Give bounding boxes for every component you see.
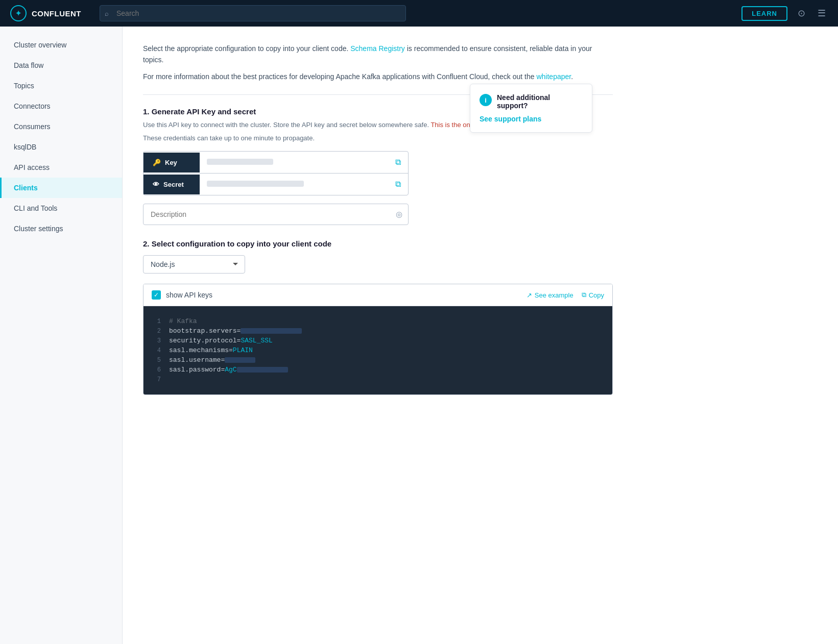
logo: ✦ CONFLUENT: [10, 5, 81, 21]
copy-icon: ⧉: [582, 291, 586, 299]
schema-registry-link[interactable]: Schema Registry: [350, 44, 405, 53]
code-line-6: 6 sasl.password=AgC: [143, 365, 612, 375]
code-line-4: 4 sasl.mechanisms=PLAIN: [143, 345, 612, 355]
whitepaper-link[interactable]: whitepaper: [536, 72, 571, 81]
support-card: i Need additional support? See support p…: [470, 84, 592, 133]
secret-value: [200, 175, 388, 194]
line-number: 7: [143, 376, 169, 383]
key-copy-button[interactable]: ⧉: [388, 152, 408, 173]
sidebar-item-clients[interactable]: Clients: [0, 178, 122, 198]
support-title: Need additional support?: [497, 93, 583, 110]
code-line-7: 7: [143, 375, 612, 384]
see-example-link[interactable]: ↗ See example: [526, 291, 573, 299]
search-icon: ⌕: [105, 10, 109, 17]
key-icon: 🔑: [153, 159, 161, 166]
sidebar-item-cluster-settings[interactable]: Cluster settings: [0, 218, 122, 239]
support-info-icon: i: [480, 94, 492, 106]
code-line-5: 5 sasl.username=: [143, 355, 612, 365]
code-content: sasl.mechanisms=PLAIN: [169, 346, 253, 354]
nav-right: LEARN ⊙ ☰: [741, 6, 828, 21]
line-number: 3: [143, 337, 169, 344]
intro-paragraph-2: For more information about the best prac…: [143, 71, 613, 82]
content-wrapper: Select the appropriate configuration to …: [143, 43, 613, 395]
intro-paragraph-1: Select the appropriate configuration to …: [143, 43, 613, 66]
step1-subtitle2: These credentials can take up to one min…: [143, 133, 613, 143]
code-actions: ↗ See example ⧉ Copy: [526, 291, 604, 299]
line-number: 2: [143, 328, 169, 335]
sidebar-item-topics[interactable]: Topics: [0, 76, 122, 96]
sidebar: Cluster overview Data flow Topics Connec…: [0, 27, 123, 644]
line-number: 4: [143, 347, 169, 354]
secret-copy-button[interactable]: ⧉: [388, 174, 408, 195]
show-api-keys-label: show API keys: [166, 291, 212, 299]
dropdown-wrapper: Node.js Python Java .NET Go C/C++: [143, 255, 613, 274]
key-label: 🔑 Key: [143, 153, 200, 172]
description-icon: ◎: [396, 210, 402, 219]
code-content: sasl.username=: [169, 356, 255, 364]
eye-icon: 👁: [153, 181, 159, 188]
search-bar[interactable]: ⌕: [100, 5, 406, 21]
sidebar-item-ksqldb[interactable]: ksqlDB: [0, 137, 122, 157]
key-blurred: [207, 159, 273, 165]
credentials-box: 🔑 Key ⧉ 👁 Secret ⧉: [143, 151, 409, 195]
copy-link[interactable]: ⧉ Copy: [582, 291, 604, 299]
external-link-icon: ↗: [526, 291, 532, 299]
key-row: 🔑 Key ⧉: [143, 152, 408, 174]
learn-button[interactable]: LEARN: [741, 6, 787, 21]
secret-row: 👁 Secret ⧉: [143, 174, 408, 195]
code-content: sasl.password=AgC: [169, 366, 288, 374]
code-line-1: 1 # Kafka: [143, 316, 612, 326]
code-content: bootstrap.servers=: [169, 327, 302, 335]
show-api-keys-checkbox[interactable]: ✓: [152, 290, 161, 300]
sidebar-item-cli-tools[interactable]: CLI and Tools: [0, 198, 122, 218]
description-input[interactable]: [143, 204, 409, 225]
support-card-header: i Need additional support?: [480, 93, 583, 110]
code-line-2: 2 bootstrap.servers=: [143, 326, 612, 336]
line-number: 1: [143, 318, 169, 325]
code-content: [169, 376, 173, 383]
line-number: 6: [143, 366, 169, 374]
top-navigation: ✦ CONFLUENT ⌕ LEARN ⊙ ☰: [0, 0, 838, 27]
sidebar-item-data-flow[interactable]: Data flow: [0, 55, 122, 76]
sidebar-item-consumers[interactable]: Consumers: [0, 116, 122, 137]
description-field: ◎: [143, 204, 409, 225]
code-body: 1 # Kafka 2 bootstrap.servers= 3 securit…: [143, 306, 612, 394]
logo-text: CONFLUENT: [32, 9, 81, 18]
logo-icon: ✦: [10, 5, 27, 21]
code-header: ✓ show API keys ↗ See example ⧉ Copy: [143, 284, 612, 306]
code-line-3: 3 security.protocol=SASL_SSL: [143, 336, 612, 345]
config-section: 2. Select configuration to copy into you…: [143, 239, 613, 274]
line-number: 5: [143, 357, 169, 364]
code-content: # Kafka: [169, 317, 197, 325]
secret-label: 👁 Secret: [143, 175, 200, 194]
language-dropdown[interactable]: Node.js Python Java .NET Go C/C++: [143, 255, 245, 274]
help-icon[interactable]: ⊙: [796, 6, 807, 21]
code-content: security.protocol=SASL_SSL: [169, 337, 273, 344]
search-input[interactable]: [100, 5, 406, 21]
sidebar-item-api-access[interactable]: API access: [0, 157, 122, 178]
show-api-keys-control: ✓ show API keys: [152, 290, 212, 300]
page-layout: Cluster overview Data flow Topics Connec…: [0, 27, 838, 644]
sidebar-item-connectors[interactable]: Connectors: [0, 96, 122, 116]
sidebar-item-cluster-overview[interactable]: Cluster overview: [0, 35, 122, 55]
menu-icon[interactable]: ☰: [816, 6, 828, 21]
step2-title: 2. Select configuration to copy into you…: [143, 239, 613, 248]
support-plans-link[interactable]: See support plans: [480, 115, 541, 123]
key-value: [200, 153, 388, 172]
code-panel: ✓ show API keys ↗ See example ⧉ Copy: [143, 284, 613, 395]
main-content: Select the appropriate configuration to …: [123, 27, 633, 644]
secret-blurred: [207, 181, 304, 187]
